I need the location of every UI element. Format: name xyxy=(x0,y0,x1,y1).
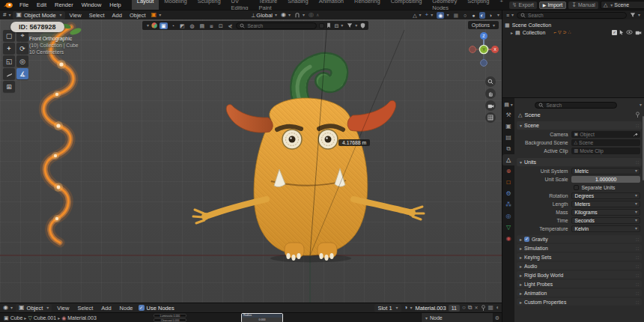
separate-units-toggle[interactable]: Separate Units xyxy=(571,184,640,191)
section-light-probes[interactable]: ▸Light Probes∷ xyxy=(517,280,642,288)
mini-node-value[interactable]: 0.000 xyxy=(242,318,282,322)
shading-wireframe-button[interactable]: ○ xyxy=(462,12,468,19)
menu-add[interactable]: Add xyxy=(109,12,125,19)
background-scene-field[interactable]: △ Scene xyxy=(571,139,640,146)
xray-toggle[interactable]: ▦ xyxy=(452,12,460,19)
perspective-toggle-button[interactable] xyxy=(485,112,496,123)
options-button[interactable]: Options▾ xyxy=(468,21,499,29)
gizmo-move-button[interactable]: +▾ xyxy=(425,12,434,18)
properties-search[interactable] xyxy=(535,102,617,109)
editor-type-button[interactable]: ▤▾ xyxy=(502,100,514,109)
unit-system-select[interactable]: Metric▾ xyxy=(571,168,640,174)
eyedropper-icon[interactable] xyxy=(633,132,638,137)
outliner-search-input[interactable] xyxy=(528,13,573,18)
object-type-filter-surface[interactable]: ◩ xyxy=(178,22,186,29)
menu-help[interactable]: Help xyxy=(106,1,124,8)
mass-select[interactable]: Kilograms▾ xyxy=(571,209,640,216)
outliner-filter-button[interactable]: ▾ xyxy=(629,12,641,18)
object-type-filter-volume[interactable]: ⧈ xyxy=(208,22,214,29)
editor-type-button[interactable]: ◉▾ xyxy=(2,305,13,311)
proportional-edit-button[interactable]: ◎∧ xyxy=(308,12,320,18)
export-button[interactable]: ↯Export xyxy=(509,1,537,9)
tab-scene[interactable]: △ xyxy=(502,154,514,165)
overlays-button[interactable]: ◉▾ xyxy=(436,12,449,19)
hide-eye-icon[interactable] xyxy=(626,30,633,34)
show-gizmo-button[interactable]: △▾ xyxy=(412,13,422,18)
menu-view[interactable]: View xyxy=(54,305,72,312)
tab-render[interactable]: ▣ xyxy=(502,121,514,132)
viewport-search[interactable] xyxy=(236,22,317,29)
active-clip-field[interactable]: ▥ Movie Clip xyxy=(571,148,640,154)
object-type-filter-font[interactable]: ▤ xyxy=(198,22,207,29)
section-custom-properties[interactable]: ▸Custom Properties∷ xyxy=(517,298,642,306)
menu-add[interactable]: Add xyxy=(98,305,114,312)
manual-button[interactable]: ↧Manual xyxy=(568,1,598,9)
menu-window[interactable]: Window xyxy=(78,1,106,8)
shader-type-selector[interactable]: ▣Object▾ xyxy=(16,304,52,312)
blender-logo-icon[interactable] xyxy=(3,1,13,9)
selectable-icon[interactable] xyxy=(619,29,624,35)
shading-solid-button[interactable]: ● xyxy=(470,12,476,19)
pin-icon[interactable] xyxy=(635,112,640,118)
outliner-row-scene-collection[interactable]: ▦ Scene Collection xyxy=(505,21,642,28)
viewport-search-input[interactable] xyxy=(247,23,300,28)
time-select[interactable]: Seconds▾ xyxy=(571,217,640,224)
tab-physics[interactable]: ◎ xyxy=(502,210,514,222)
menu-view[interactable]: View xyxy=(67,12,85,19)
breadcrumb-material[interactable]: Material.003 xyxy=(67,315,97,321)
chevron-down-icon[interactable]: ▾ xyxy=(640,103,642,107)
node-socket-slider[interactable]: Luminosity 0.000 xyxy=(154,314,186,318)
menu-file[interactable]: File xyxy=(16,1,32,8)
node-sidebar-panel[interactable]: ▾ Node xyxy=(421,313,493,322)
tab-particles[interactable]: ⁂ xyxy=(502,199,514,210)
use-nodes-toggle[interactable]: ✓Use Nodes xyxy=(139,305,174,312)
section-gravity[interactable]: ▸ ✓ Gravity∷ xyxy=(517,235,642,243)
preview-sphere-icon[interactable]: ◐ xyxy=(496,305,499,311)
tab-tool[interactable]: ⚒ xyxy=(502,109,514,121)
section-audio[interactable]: ▸Audio∷ xyxy=(517,262,642,270)
tab-object[interactable]: □ xyxy=(502,177,514,188)
shading-rendered-button[interactable]: ◑ xyxy=(487,12,493,19)
viewport-3d[interactable]: ▾ ▣ ◔ ◩ ◍ ▤ ⧈ ⊡ ⋞ ⊟▾ xyxy=(0,19,502,303)
object-type-filter-curve[interactable]: ◔ xyxy=(170,22,176,29)
mode-selector[interactable]: ▣Object Mode▾ xyxy=(13,11,64,19)
add-primitive-tool[interactable]: ⊞ xyxy=(3,81,15,92)
slot-selector[interactable]: Slot 1▾ xyxy=(374,304,401,312)
material-preview-icon[interactable] xyxy=(151,22,157,28)
active-object-dropdown[interactable]: ▣▾ xyxy=(151,12,162,18)
expand-icon[interactable]: ▸ xyxy=(511,30,513,35)
new-material-icon[interactable]: ⧉ xyxy=(468,305,473,311)
object-type-filter-mesh[interactable]: ▣ xyxy=(160,22,168,29)
camera-view-button[interactable] xyxy=(485,100,496,111)
properties-search-input[interactable] xyxy=(546,103,591,108)
annotate-tool[interactable] xyxy=(3,68,15,79)
menu-edit[interactable]: Edit xyxy=(33,1,50,8)
temperature-select[interactable]: Kelvin▾ xyxy=(571,225,640,232)
material-browse-button[interactable]: ◑▾ xyxy=(404,305,413,311)
length-select[interactable]: Meters▾ xyxy=(571,201,640,207)
axis-z-neg-handle[interactable] xyxy=(481,60,487,67)
axis-x-neg-handle[interactable] xyxy=(470,46,476,53)
breadcrumb-object[interactable]: Cube xyxy=(10,315,23,321)
exclude-checkbox[interactable]: ✓ xyxy=(612,30,617,35)
zoom-button[interactable] xyxy=(485,76,496,87)
monster-character[interactable] xyxy=(193,61,424,263)
outliner-row-collection[interactable]: ▸ ▤ Collection ⌐ ▽ ⊃ ∴ ✓ xyxy=(505,28,642,36)
material-name[interactable]: Material.003 xyxy=(415,305,446,312)
menu-render[interactable]: Render xyxy=(51,1,77,8)
display-mode-button[interactable]: ≡▾ xyxy=(505,13,514,18)
breadcrumb-data[interactable]: Cube.001 xyxy=(34,315,56,321)
move-tool[interactable]: + xyxy=(3,43,15,54)
pin-icon[interactable] xyxy=(481,305,486,312)
menu-object[interactable]: Object xyxy=(127,12,149,19)
navigation-gizmo[interactable]: Z Y X xyxy=(467,30,500,69)
menu-select[interactable]: Select xyxy=(86,12,108,19)
section-header-scene[interactable]: ▾Scene∷ xyxy=(517,121,642,130)
fake-user-icon[interactable]: ○ xyxy=(462,305,466,311)
tab-modifiers[interactable]: ⚙ xyxy=(502,188,514,199)
filter-funnel-button[interactable]: ▾ xyxy=(346,22,358,28)
mini-node-sliders[interactable]: Luminosity 0.000 Clearcoat 0.000 xyxy=(154,314,186,322)
render-visibility-icon[interactable] xyxy=(635,30,642,35)
transform-tool[interactable]: ◎ xyxy=(16,55,28,67)
shading-dropdown[interactable]: ▾ xyxy=(497,13,499,17)
